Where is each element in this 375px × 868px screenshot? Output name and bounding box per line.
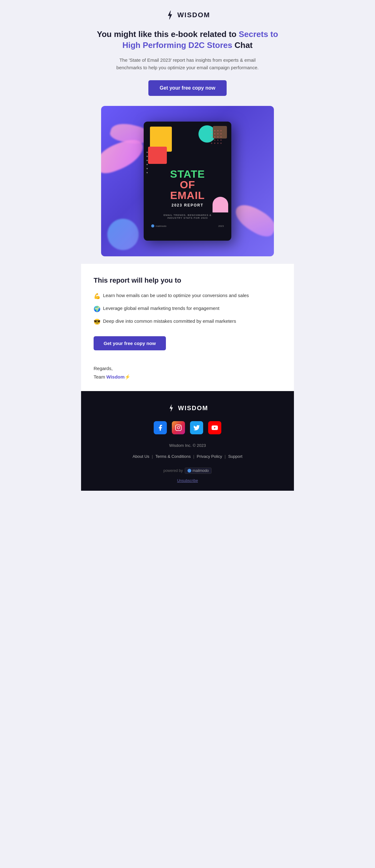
- svg-point-20: [220, 143, 221, 144]
- book-title-area: STATE OF EMAIL 2023 REPORT EMAIL TRENDS,…: [151, 168, 224, 219]
- youtube-button[interactable]: [208, 421, 221, 434]
- feature-emoji-3: 😎: [94, 318, 100, 326]
- feature-emoji-1: 💪: [94, 292, 100, 301]
- footer-copyright: Wisdom Inc. © 2023: [94, 443, 281, 448]
- svg-point-13: [211, 140, 212, 141]
- book-desc: EMAIL TRENDS, BENCHMARKS &INDUSTRY STATS…: [151, 214, 224, 219]
- regards-label: Regards,: [94, 366, 113, 371]
- mailmodo-dot-icon: [188, 469, 191, 472]
- svg-point-22: [146, 156, 148, 157]
- book-subtitle: 2023 REPORT: [151, 203, 224, 208]
- facebook-button[interactable]: [154, 421, 167, 434]
- footer-link-support[interactable]: Support: [228, 454, 243, 459]
- footer-links: About Us | Terms & Conditions | Privacy …: [94, 454, 281, 459]
- footer-link-about[interactable]: About Us: [133, 454, 149, 459]
- left-dots-icon: [145, 151, 149, 176]
- footer-divider-3: |: [225, 454, 226, 459]
- footer-logo: WISDOM: [94, 404, 281, 412]
- twitter-button[interactable]: [190, 421, 203, 434]
- team-name: Wisdom: [106, 374, 125, 379]
- blob-blue-bottom: [107, 219, 139, 250]
- sub-text: The 'State of Email 2023' report has ins…: [106, 56, 269, 71]
- header-section: WISDOM You might like this e-book relate…: [81, 0, 294, 264]
- instagram-button[interactable]: [172, 421, 185, 434]
- youtube-icon: [211, 424, 218, 431]
- facebook-icon: [157, 424, 164, 431]
- svg-point-10: [214, 136, 215, 137]
- footer-section: WISDOM Wisdom Inc. © 2023 About Us | Ter…: [81, 391, 294, 491]
- svg-point-25: [146, 168, 148, 169]
- mailmodo-badge: mailmodo: [185, 468, 212, 474]
- book-title-of: OF: [151, 179, 224, 190]
- svg-point-16: [220, 140, 221, 141]
- feature-item-1: 💪 Learn how emails can be used to optimi…: [94, 292, 281, 301]
- svg-point-23: [146, 160, 148, 161]
- footer-logo-text: WISDOM: [178, 405, 208, 412]
- svg-point-30: [177, 427, 179, 429]
- cta-button-bottom[interactable]: Get your free copy now: [94, 336, 166, 350]
- logo-icon: [165, 10, 175, 20]
- powered-by: powered by mailmodo: [94, 468, 281, 474]
- instagram-icon: [175, 424, 182, 431]
- headline: You might like this e-book related to Se…: [94, 29, 281, 51]
- email-wrapper: WISDOM You might like this e-book relate…: [81, 0, 294, 491]
- feature-emoji-2: 🌍: [94, 305, 100, 313]
- feature-item-2: 🌍 Leverage global email marketing trends…: [94, 305, 281, 313]
- feature-text-3: Deep dive into common mistakes committed…: [103, 318, 236, 325]
- svg-point-1: [211, 130, 212, 131]
- footer-logo-icon: [167, 404, 176, 412]
- regards-text: Regards, Team Wisdom⚡: [94, 364, 281, 381]
- feature-text-2: Leverage global email marketing trends f…: [103, 305, 219, 312]
- cta-button-top[interactable]: Get your free copy now: [148, 80, 227, 96]
- dot-grid-icon: [210, 129, 226, 148]
- blob-pink-left: [101, 136, 148, 177]
- section-title: This report will help you to: [94, 276, 281, 284]
- svg-marker-0: [168, 11, 172, 20]
- svg-point-5: [211, 133, 212, 134]
- svg-point-3: [217, 130, 218, 131]
- powered-by-text: powered by: [163, 468, 183, 473]
- feature-text-1: Learn how emails can be used to optimize…: [103, 292, 249, 299]
- content-section: This report will help you to 💪 Learn how…: [81, 264, 294, 391]
- social-icons: [94, 421, 281, 434]
- svg-point-21: [146, 152, 148, 153]
- svg-point-6: [214, 133, 215, 134]
- svg-point-7: [217, 133, 218, 134]
- svg-point-17: [211, 143, 212, 144]
- twitter-icon: [193, 424, 200, 431]
- svg-point-12: [220, 136, 221, 137]
- logo-text: WISDOM: [177, 11, 210, 19]
- headline-part1: You might like this e-book related to: [97, 29, 239, 39]
- footer-link-privacy[interactable]: Privacy Policy: [197, 454, 222, 459]
- svg-marker-28: [170, 404, 173, 412]
- book-title-email: EMAIL: [151, 190, 224, 200]
- svg-point-9: [211, 136, 212, 137]
- svg-point-24: [146, 164, 148, 165]
- svg-point-18: [214, 143, 215, 144]
- svg-point-15: [217, 140, 218, 141]
- book-image-section: STATE OF EMAIL 2023 REPORT EMAIL TRENDS,…: [101, 106, 274, 256]
- headline-part2: Chat: [232, 40, 252, 50]
- book-title-state: STATE: [151, 168, 224, 179]
- team-label: Team: [94, 374, 106, 379]
- footer-divider-1: |: [152, 454, 153, 459]
- logo-container: WISDOM: [94, 10, 281, 20]
- feature-item-3: 😎 Deep dive into common mistakes committ…: [94, 318, 281, 326]
- svg-point-8: [220, 133, 221, 134]
- svg-rect-29: [176, 425, 181, 431]
- feature-list: 💪 Learn how emails can be used to optimi…: [94, 292, 281, 326]
- svg-point-19: [217, 143, 218, 144]
- footer-divider-2: |: [193, 454, 194, 459]
- blob-pink-right: [231, 200, 274, 241]
- book-cover: STATE OF EMAIL 2023 REPORT EMAIL TRENDS,…: [144, 122, 231, 241]
- footer-link-terms[interactable]: Terms & Conditions: [155, 454, 191, 459]
- svg-point-14: [214, 140, 215, 141]
- mailmodo-brand-text: mailmodo: [193, 468, 209, 473]
- unsubscribe-link[interactable]: Unsubscribe: [177, 478, 198, 483]
- svg-point-26: [146, 172, 148, 173]
- svg-point-11: [217, 136, 218, 137]
- svg-point-4: [220, 130, 221, 131]
- svg-point-2: [214, 130, 215, 131]
- shape-red: [148, 147, 167, 164]
- svg-point-31: [180, 426, 181, 427]
